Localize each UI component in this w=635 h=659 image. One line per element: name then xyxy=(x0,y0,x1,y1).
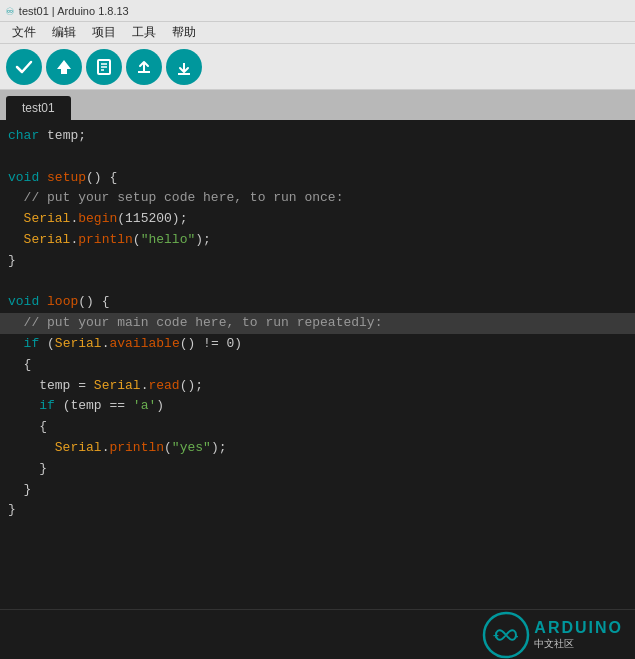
toolbar xyxy=(0,44,635,90)
code-line-5: Serial.begin(115200); xyxy=(0,209,635,230)
code-line-10: // put your main code here, to run repea… xyxy=(0,313,635,334)
code-line-14: if (temp == 'a') xyxy=(0,396,635,417)
arduino-logo: + - ARDUINO 中文社区 xyxy=(482,611,623,659)
menu-item-project[interactable]: 项目 xyxy=(84,22,124,43)
new-button[interactable] xyxy=(86,49,122,85)
arduino-brand: ARDUINO xyxy=(534,619,623,637)
code-line-2 xyxy=(0,147,635,168)
code-line-16: Serial.println("yes"); xyxy=(0,438,635,459)
code-editor[interactable]: char temp; void setup() { // put your se… xyxy=(0,120,635,609)
svg-text:+: + xyxy=(493,630,499,641)
code-line-11: if (Serial.available() != 0) xyxy=(0,334,635,355)
arduino-icon: + - xyxy=(482,611,530,659)
svg-marker-0 xyxy=(57,60,71,74)
code-line-13: temp = Serial.read(); xyxy=(0,376,635,397)
open-button[interactable] xyxy=(126,49,162,85)
menu-item-file[interactable]: 文件 xyxy=(4,22,44,43)
tab-bar: test01 xyxy=(0,90,635,120)
bottom-bar: + - ARDUINO 中文社区 xyxy=(0,609,635,659)
menu-bar: 文件 编辑 项目 工具 帮助 xyxy=(0,22,635,44)
code-line-18: } xyxy=(0,480,635,501)
tab-test01[interactable]: test01 xyxy=(6,96,71,120)
code-line-4: // put your setup code here, to run once… xyxy=(0,188,635,209)
menu-item-edit[interactable]: 编辑 xyxy=(44,22,84,43)
verify-button[interactable] xyxy=(6,49,42,85)
code-line-19: } xyxy=(0,500,635,521)
code-line-7: } xyxy=(0,251,635,272)
menu-item-tools[interactable]: 工具 xyxy=(124,22,164,43)
code-line-6: Serial.println("hello"); xyxy=(0,230,635,251)
code-line-15: { xyxy=(0,417,635,438)
save-button[interactable] xyxy=(166,49,202,85)
menu-item-help[interactable]: 帮助 xyxy=(164,22,204,43)
code-line-17: } xyxy=(0,459,635,480)
title-text: test01 | Arduino 1.8.13 xyxy=(19,5,129,17)
arduino-logo-text: ARDUINO 中文社区 xyxy=(534,619,623,651)
code-line-8 xyxy=(0,272,635,293)
title-icon: ♾ xyxy=(6,3,14,19)
arduino-community: 中文社区 xyxy=(534,637,574,651)
code-line-1: char temp; xyxy=(0,126,635,147)
code-line-12: { xyxy=(0,355,635,376)
code-line-3: void setup() { xyxy=(0,168,635,189)
code-line-9: void loop() { xyxy=(0,292,635,313)
svg-text:-: - xyxy=(515,630,518,641)
upload-button[interactable] xyxy=(46,49,82,85)
title-bar: ♾ test01 | Arduino 1.8.13 xyxy=(0,0,635,22)
